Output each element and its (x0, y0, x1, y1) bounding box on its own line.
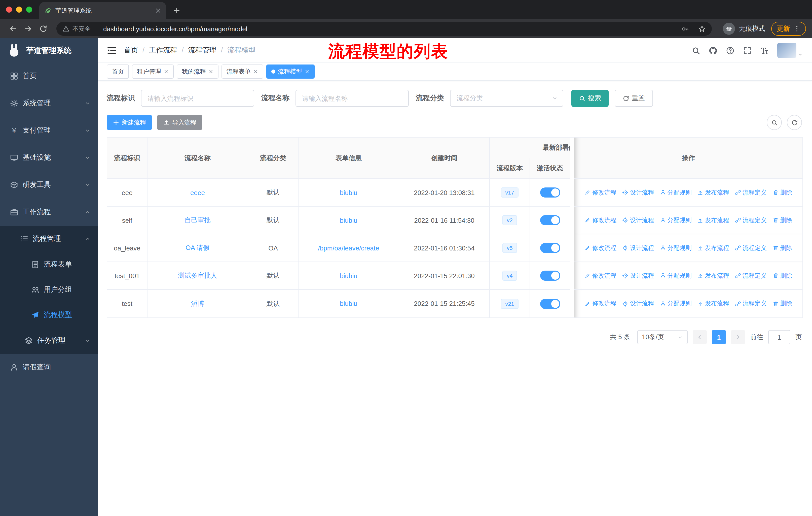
prev-page-button[interactable] (693, 330, 707, 344)
op-edit-link[interactable]: 修改流程 (585, 271, 616, 280)
nav-tag-tenant[interactable]: 租户管理 (132, 64, 174, 79)
active-toggle[interactable] (540, 187, 560, 197)
breadcrumb-item[interactable]: 首页 (124, 46, 144, 55)
op-edit-link[interactable]: 修改流程 (585, 244, 616, 252)
process-name-link[interactable]: 自己审批 (184, 216, 211, 224)
active-toggle[interactable] (540, 215, 560, 225)
fullscreen-icon[interactable] (743, 46, 752, 55)
sidebar-item-process-model[interactable]: 流程模型 (0, 302, 98, 328)
process-name-input[interactable] (295, 90, 409, 107)
process-name-link[interactable]: OA 请假 (185, 244, 209, 251)
op-design-link[interactable]: 设计流程 (622, 216, 654, 224)
page-size-select[interactable]: 10条/页 (637, 330, 688, 344)
op-delete-link[interactable]: 删除 (773, 271, 792, 280)
op-edit-link[interactable]: 修改流程 (585, 299, 616, 308)
op-assign-rule-link[interactable]: 分配规则 (660, 244, 691, 252)
op-assign-rule-link[interactable]: 分配规则 (660, 299, 691, 308)
process-category-select[interactable]: 流程分类 (450, 90, 563, 107)
address-bar[interactable]: 不安全 dashboard.yudao.iocoder.cn/bpm/manag… (56, 22, 712, 36)
refresh-table-button[interactable] (787, 115, 802, 130)
search-button[interactable]: 搜索 (571, 90, 609, 107)
sidebar-item-leave-query[interactable]: 请假查询 (0, 354, 98, 381)
op-definition-link[interactable]: 流程定义 (735, 244, 767, 252)
password-key-icon[interactable] (682, 25, 689, 32)
form-info-link[interactable]: biubiu (340, 189, 357, 196)
op-delete-link[interactable]: 删除 (773, 216, 792, 224)
sidebar-item-home[interactable]: 首页 (0, 62, 98, 90)
op-design-link[interactable]: 设计流程 (622, 188, 654, 197)
breadcrumb-item[interactable]: 工作流程 (149, 46, 184, 55)
form-info-link[interactable]: biubiu (340, 216, 357, 224)
sidebar-item-system[interactable]: 系统管理 (0, 90, 98, 117)
close-icon[interactable] (164, 69, 169, 74)
op-assign-rule-link[interactable]: 分配规则 (660, 216, 691, 224)
sidebar-item-payment[interactable]: ¥ 支付管理 (0, 117, 98, 144)
sidebar-item-workflow[interactable]: 工作流程 (0, 198, 98, 226)
op-publish-link[interactable]: 发布流程 (697, 188, 729, 197)
avatar[interactable] (777, 43, 796, 58)
process-name-link[interactable]: 滔博 (191, 300, 204, 307)
form-info-link[interactable]: biubiu (340, 300, 357, 307)
user-menu[interactable] (777, 43, 803, 58)
page-number-button[interactable]: 1 (712, 330, 726, 344)
search-icon[interactable] (692, 46, 700, 55)
browser-menu-icon[interactable] (793, 25, 801, 32)
active-toggle[interactable] (540, 271, 560, 281)
browser-update-button[interactable]: 更新 (771, 22, 806, 36)
op-publish-link[interactable]: 发布流程 (697, 299, 729, 308)
process-key-input[interactable] (141, 90, 254, 107)
active-toggle[interactable] (540, 243, 560, 253)
reset-button[interactable]: 重置 (615, 90, 653, 107)
form-info-link[interactable]: /bpm/oa/leave/create (318, 244, 379, 252)
sidebar-fold-icon[interactable] (107, 45, 117, 55)
sidebar-item-process-form[interactable]: 流程表单 (0, 252, 98, 277)
breadcrumb-item[interactable]: 流程管理 (188, 46, 223, 55)
browser-tab[interactable]: 芋道管理系统 (39, 2, 166, 19)
reload-button[interactable] (36, 22, 50, 36)
op-design-link[interactable]: 设计流程 (622, 244, 654, 252)
nav-tag-process-form[interactable]: 流程表单 (222, 64, 263, 79)
form-info-link[interactable]: biubiu (340, 272, 357, 279)
nav-tag-home[interactable]: 首页 (107, 64, 129, 79)
goto-page-input[interactable] (768, 330, 790, 344)
github-icon[interactable] (709, 46, 717, 55)
forward-button[interactable] (21, 22, 35, 36)
font-size-icon[interactable] (760, 46, 769, 55)
op-edit-link[interactable]: 修改流程 (585, 216, 616, 224)
op-delete-link[interactable]: 删除 (773, 244, 792, 252)
minimize-window-button[interactable] (16, 6, 22, 12)
next-page-button[interactable] (731, 330, 745, 344)
close-icon[interactable] (208, 69, 213, 74)
process-name-link[interactable]: 测试多审批人 (178, 272, 217, 279)
new-tab-button[interactable] (170, 4, 183, 17)
op-assign-rule-link[interactable]: 分配规则 (660, 271, 691, 280)
nav-tag-my-process[interactable]: 我的流程 (177, 64, 219, 79)
toggle-search-button[interactable] (767, 115, 782, 130)
op-definition-link[interactable]: 流程定义 (735, 188, 767, 197)
back-button[interactable] (6, 22, 20, 36)
op-design-link[interactable]: 设计流程 (622, 299, 654, 308)
op-design-link[interactable]: 设计流程 (622, 271, 654, 280)
op-edit-link[interactable]: 修改流程 (585, 188, 616, 197)
close-icon[interactable] (253, 69, 258, 74)
active-toggle[interactable] (540, 299, 560, 309)
zoom-window-button[interactable] (26, 6, 32, 12)
op-publish-link[interactable]: 发布流程 (697, 216, 729, 224)
close-window-button[interactable] (6, 6, 12, 12)
import-process-button[interactable]: 导入流程 (157, 115, 202, 130)
op-delete-link[interactable]: 删除 (773, 188, 792, 197)
op-publish-link[interactable]: 发布流程 (697, 244, 729, 252)
tab-close-icon[interactable] (155, 7, 161, 13)
close-icon[interactable] (304, 69, 310, 74)
op-definition-link[interactable]: 流程定义 (735, 271, 767, 280)
sidebar-item-task-management[interactable]: 任务管理 (0, 328, 98, 354)
sidebar-item-dev-tools[interactable]: 研发工具 (0, 171, 98, 198)
sidebar-item-process-management[interactable]: 流程管理 (0, 226, 98, 252)
op-delete-link[interactable]: 删除 (773, 299, 792, 308)
bookmark-star-icon[interactable] (698, 25, 706, 32)
process-name-link[interactable]: eeee (190, 189, 205, 196)
op-definition-link[interactable]: 流程定义 (735, 299, 767, 308)
sidebar-item-user-group[interactable]: 用户分组 (0, 277, 98, 302)
op-publish-link[interactable]: 发布流程 (697, 271, 729, 280)
help-icon[interactable] (726, 46, 734, 55)
